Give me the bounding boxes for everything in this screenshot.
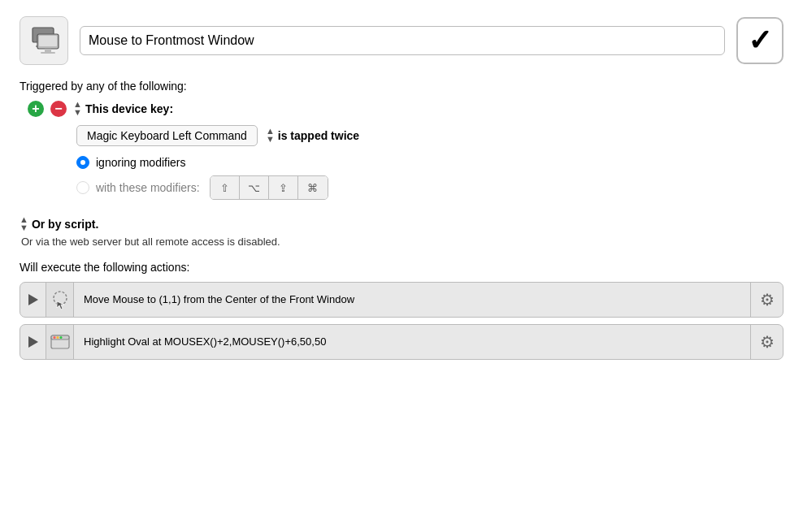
action-2-icon-box [46, 324, 74, 360]
action-2-play-button[interactable] [20, 324, 46, 360]
modifier-shift-button[interactable]: ⇪ [269, 176, 298, 199]
modifier-buttons-group: ⇧ ⌥ ⇪ ⌘ [210, 175, 328, 200]
mouse-cursor-icon [49, 288, 72, 311]
action-1-text: Move Mouse to (1,1) from the Center of t… [74, 293, 750, 305]
trigger-section: + − ▲▼ This device key: Magic Keyboard L… [28, 101, 783, 200]
device-key-label-text: This device key: [85, 102, 173, 115]
script-stepper-arrows-icon: ▲▼ [20, 216, 28, 232]
radio-with-label: with these modifiers: [96, 181, 200, 194]
action-1-gear-button[interactable]: ⚙ [750, 282, 783, 318]
checkmark-symbol: ✓ [748, 26, 772, 55]
device-key-row: Magic Keyboard Left Command ▲▼ is tapped… [76, 125, 783, 146]
action-row-1: Move Mouse to (1,1) from the Center of t… [20, 282, 783, 318]
add-trigger-button[interactable]: + [28, 101, 44, 117]
radio-with-row: with these modifiers: ⇧ ⌥ ⇪ ⌘ [76, 175, 783, 200]
svg-rect-5 [41, 52, 55, 54]
modifier-alt-button[interactable]: ⌥ [240, 176, 269, 199]
action-2-gear-button[interactable]: ⚙ [750, 324, 783, 360]
gear-icon-2: ⚙ [760, 332, 775, 352]
modifier-cmd-button[interactable]: ⌘ [298, 176, 328, 199]
radio-with-button[interactable] [76, 181, 89, 194]
actions-label: Will execute the following actions: [20, 261, 783, 274]
macro-icon [20, 16, 68, 65]
action-row-2: Highlight Oval at MOUSEX()+2,MOUSEY()+6,… [20, 324, 783, 360]
svg-point-11 [53, 336, 55, 339]
modifier-ctrl-button[interactable]: ⇧ [211, 176, 240, 199]
trigger-header: + − ▲▼ This device key: [28, 101, 783, 117]
macro-icon-svg [26, 23, 62, 58]
script-section: ▲▼ Or by script. Or via the web server b… [20, 216, 783, 248]
window-icon [49, 331, 72, 353]
remove-trigger-button[interactable]: − [50, 101, 67, 117]
tapped-stepper-arrows-icon: ▲▼ [266, 128, 275, 144]
device-key-stepper-label[interactable]: ▲▼ This device key: [73, 101, 173, 117]
gear-icon-1: ⚙ [760, 290, 775, 309]
tapped-twice-text: is tapped twice [278, 129, 359, 142]
svg-point-12 [56, 336, 59, 339]
radio-ignoring-button[interactable] [76, 156, 89, 169]
macro-name-input[interactable] [80, 26, 725, 55]
header-row: ✓ [20, 16, 783, 65]
svg-point-13 [59, 336, 62, 339]
action-1-play-button[interactable] [20, 282, 46, 318]
svg-rect-6 [39, 36, 57, 46]
action-2-text: Highlight Oval at MOUSEX()+2,MOUSEY()+6,… [74, 335, 750, 348]
tapped-twice-label[interactable]: ▲▼ is tapped twice [266, 128, 359, 144]
key-selector-button[interactable]: Magic Keyboard Left Command [76, 125, 258, 146]
radio-ignoring-label: ignoring modifiers [96, 156, 186, 169]
triggered-by-label: Triggered by any of the following: [20, 80, 783, 93]
script-label-row[interactable]: ▲▼ Or by script. [20, 216, 783, 232]
svg-marker-8 [57, 301, 64, 309]
stepper-arrows-icon: ▲▼ [73, 101, 82, 117]
radio-ignoring-row: ignoring modifiers [76, 156, 783, 169]
modifier-radio-group: ignoring modifiers with these modifiers:… [76, 156, 783, 200]
script-label-text: Or by script. [32, 218, 98, 231]
remote-access-note: Or via the web server but all remote acc… [21, 236, 783, 248]
action-1-icon-box [46, 282, 74, 318]
play-triangle-icon-2 [28, 336, 38, 348]
svg-rect-4 [45, 49, 51, 52]
play-triangle-icon [28, 294, 38, 305]
enabled-checkmark-button[interactable]: ✓ [736, 17, 783, 64]
